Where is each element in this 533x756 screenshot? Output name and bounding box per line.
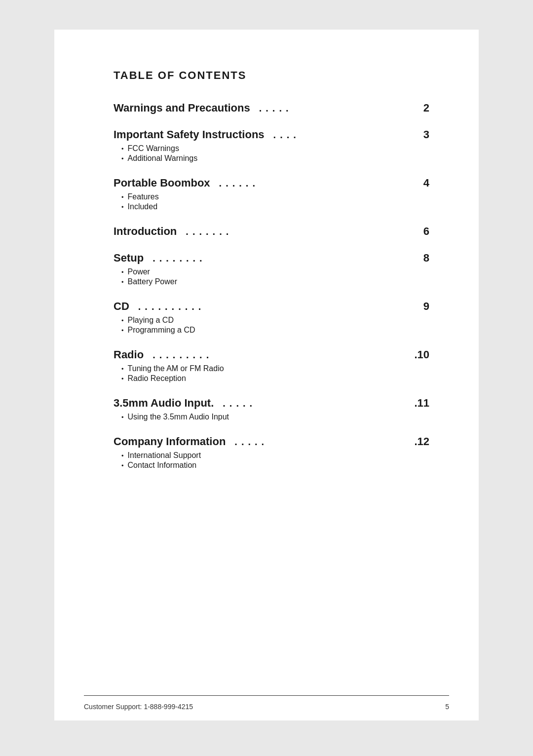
toc-subitem: • Features <box>121 192 429 201</box>
toc-page-audio-input: .11 <box>414 397 429 410</box>
toc-subitem: • Playing a CD <box>121 316 429 325</box>
footer-page-number: 5 <box>445 703 449 711</box>
subitem-label: Features <box>128 192 159 201</box>
toc-page-boombox: 4 <box>423 177 429 189</box>
footer-divider <box>84 695 449 696</box>
toc-subitem: • Using the 3.5mm Audio Input <box>121 413 429 421</box>
bullet-icon: • <box>121 365 124 373</box>
toc-dots-company: . . . . . <box>234 436 408 448</box>
subitem-label: Battery Power <box>128 277 177 286</box>
toc-entry-company: Company Information . . . . . .12 • Inte… <box>114 435 429 470</box>
bullet-icon: • <box>121 268 124 276</box>
toc-label-cd: CD <box>114 300 129 313</box>
subitem-label: Contact Information <box>128 461 197 470</box>
toc-page-company: .12 <box>414 435 429 448</box>
toc-subitem: • International Support <box>121 451 429 460</box>
toc-label-company: Company Information <box>114 435 226 448</box>
bullet-icon: • <box>121 327 124 334</box>
toc-page-introduction: 6 <box>423 225 429 238</box>
page-content: TABLE OF CONTENTS Warnings and Precautio… <box>54 30 479 720</box>
subitem-label: FCC Warnings <box>128 144 179 153</box>
toc-dots-safety: . . . . <box>273 129 418 141</box>
bullet-icon: • <box>121 203 124 211</box>
subitem-label: Programming a CD <box>128 326 195 335</box>
toc-subitem: • Contact Information <box>121 461 429 470</box>
toc-dots-boombox: . . . . . . <box>219 178 418 189</box>
bullet-icon: • <box>121 145 124 152</box>
toc-page-radio: .10 <box>414 348 429 361</box>
toc-subitems-safety: • FCC Warnings • Additional Warnings <box>121 144 429 163</box>
toc-subitems-boombox: • Features • Included <box>121 192 429 211</box>
subitem-label: Using the 3.5mm Audio Input <box>128 413 229 421</box>
bullet-icon: • <box>121 278 124 286</box>
subitem-label: Radio Reception <box>128 374 186 383</box>
toc-entry-safety: Important Safety Instructions . . . . 3 … <box>114 128 429 163</box>
bullet-icon: • <box>121 452 124 459</box>
toc-dots-setup: . . . . . . . . <box>152 253 418 264</box>
toc-label-introduction: Introduction <box>114 225 177 238</box>
toc-subitems-audio-input: • Using the 3.5mm Audio Input <box>121 413 429 421</box>
toc-dots-introduction: . . . . . . . <box>186 226 417 237</box>
toc-dots-audio-input: . . . . . <box>223 398 408 409</box>
footer: Customer Support: 1-888-999-4215 5 <box>54 691 479 720</box>
toc-dots-warnings: . . . . . <box>259 103 418 114</box>
bullet-icon: • <box>121 155 124 162</box>
toc-entry-setup: Setup . . . . . . . . 8 • <box>114 252 429 286</box>
toc-subitem: • Power <box>121 267 429 276</box>
toc-entry-cd: CD . . . . . . . . . . 9 <box>114 300 429 335</box>
toc-page-cd: 9 <box>423 300 429 313</box>
toc-label-safety: Important Safety Instructions <box>114 128 265 141</box>
subitem-label: Additional Warnings <box>128 154 198 163</box>
toc-subitem: • Additional Warnings <box>121 154 429 163</box>
toc-subitems-company: • International Support • Contact Inform… <box>121 451 429 470</box>
toc-label-boombox: Portable Boombox <box>114 177 210 189</box>
subitem-label: Power <box>128 267 150 276</box>
toc-subitem: • Battery Power <box>121 277 429 286</box>
toc-title: TABLE OF CONTENTS <box>114 69 429 82</box>
toc-entries: Warnings and Precautions . . . . . 2 Imp… <box>114 102 429 470</box>
subitem-label: Tuning the AM or FM Radio <box>128 364 224 373</box>
toc-subitem: • Radio Reception <box>121 374 429 383</box>
bullet-icon: • <box>121 193 124 201</box>
bullet-icon: • <box>121 414 124 421</box>
toc-subitems-cd: • Playing a CD • Programming a CD <box>121 316 429 335</box>
toc-label-radio: Radio <box>114 348 144 361</box>
toc-subitems-radio: • Tuning the AM or FM Radio • Radio Rece… <box>121 364 429 383</box>
toc-page-warnings: 2 <box>423 102 429 114</box>
footer-support-text: Customer Support: 1-888-999-4215 <box>84 703 193 711</box>
toc-subitem: • FCC Warnings <box>121 144 429 153</box>
toc-subitem: • Included <box>121 202 429 211</box>
toc-subitems-setup: • Power • Battery Power <box>121 267 429 286</box>
bullet-icon: • <box>121 317 124 324</box>
toc-entry-warnings: Warnings and Precautions . . . . . 2 <box>114 102 429 114</box>
toc-dots-radio: . . . . . . . . . <box>152 349 408 361</box>
bullet-icon: • <box>121 375 124 382</box>
toc-entry-radio: Radio . . . . . . . . . .10 <box>114 348 429 383</box>
subitem-label: Playing a CD <box>128 316 174 325</box>
toc-subitem: • Programming a CD <box>121 326 429 335</box>
toc-label-audio-input: 3.5mm Audio Input. <box>114 397 214 410</box>
toc-label-warnings: Warnings and Precautions <box>114 102 250 114</box>
toc-label-setup: Setup <box>114 252 144 265</box>
toc-dots-cd: . . . . . . . . . . <box>138 301 418 312</box>
toc-page-setup: 8 <box>423 252 429 265</box>
toc-entry-introduction: Introduction . . . . . . . 6 <box>114 225 429 238</box>
subitem-label: International Support <box>128 451 201 460</box>
bullet-icon: • <box>121 462 124 469</box>
subitem-label: Included <box>128 202 158 211</box>
toc-subitem: • Tuning the AM or FM Radio <box>121 364 429 373</box>
toc-entry-boombox: Portable Boombox . . . . . . 4 • Feature… <box>114 177 429 211</box>
toc-entry-audio-input: 3.5mm Audio Input. . . . . . .11 • Using… <box>114 397 429 421</box>
toc-page-safety: 3 <box>423 128 429 141</box>
